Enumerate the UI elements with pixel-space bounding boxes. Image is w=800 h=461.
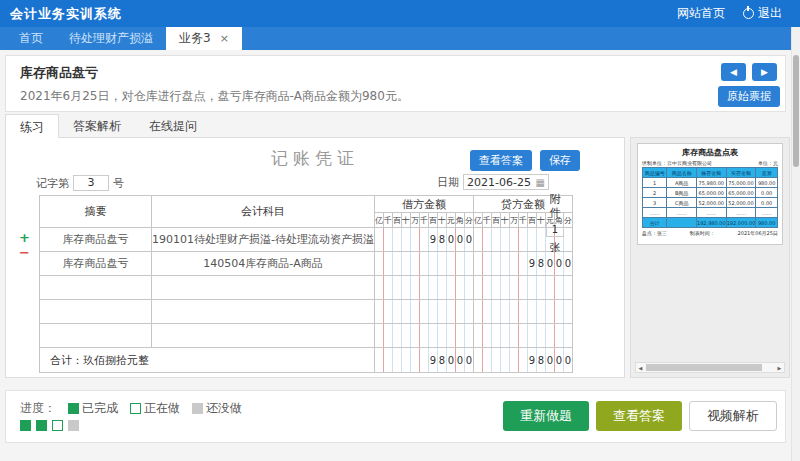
amount-cell[interactable] xyxy=(491,276,500,300)
amount-cell[interactable] xyxy=(455,276,464,300)
tab-online-question[interactable]: 在线提问 xyxy=(135,114,211,138)
amount-cell[interactable] xyxy=(419,324,428,348)
amount-cell[interactable] xyxy=(437,324,446,348)
source-doc-preview[interactable]: 库存商品盘点表 填制单位：云中云商业有限公司 单位：元 商品编号商品名称账存金额… xyxy=(637,143,783,245)
amount-cell[interactable] xyxy=(500,324,509,348)
amount-cell[interactable] xyxy=(455,252,464,276)
amount-cell[interactable] xyxy=(554,276,563,300)
amount-cell[interactable] xyxy=(428,324,437,348)
amount-cell[interactable] xyxy=(473,300,482,324)
amount-cell[interactable] xyxy=(392,324,401,348)
amount-cell[interactable] xyxy=(428,276,437,300)
summary-cell[interactable] xyxy=(40,300,152,324)
amount-cell[interactable] xyxy=(500,228,509,252)
amount-cell[interactable] xyxy=(473,228,482,252)
summary-cell[interactable]: 库存商品盘亏 xyxy=(40,252,152,276)
original-document-button[interactable]: 原始票据 xyxy=(718,86,780,107)
amount-cell[interactable] xyxy=(563,276,572,300)
amount-cell[interactable] xyxy=(383,228,392,252)
amount-cell[interactable] xyxy=(464,252,473,276)
amount-cell[interactable] xyxy=(401,324,410,348)
summary-cell[interactable] xyxy=(40,324,152,348)
amount-cell[interactable] xyxy=(401,276,410,300)
amount-cell[interactable] xyxy=(563,300,572,324)
amount-cell[interactable] xyxy=(473,324,482,348)
amount-cell[interactable] xyxy=(491,300,500,324)
close-icon[interactable]: × xyxy=(220,33,229,44)
amount-cell[interactable] xyxy=(383,252,392,276)
amount-cell[interactable]: 0 xyxy=(545,252,554,276)
view-answer-button-bottom[interactable]: 查看答案 xyxy=(596,401,682,431)
amount-cell[interactable] xyxy=(374,228,383,252)
sidebar-horizontal-scrollbar[interactable]: ◀ ▶ xyxy=(635,362,785,373)
date-input[interactable]: 2021-06-25 ▦ xyxy=(463,174,549,190)
amount-cell[interactable] xyxy=(446,300,455,324)
amount-cell[interactable] xyxy=(401,228,410,252)
account-cell[interactable] xyxy=(152,324,375,348)
tab-practice[interactable]: 练习 xyxy=(5,114,59,138)
amount-cell[interactable] xyxy=(536,300,545,324)
amount-cell[interactable] xyxy=(518,276,527,300)
amount-cell[interactable]: 8 xyxy=(536,252,545,276)
amount-cell[interactable]: 9 xyxy=(527,252,536,276)
amount-cell[interactable] xyxy=(545,324,554,348)
amount-cell[interactable] xyxy=(392,228,401,252)
amount-cell[interactable] xyxy=(446,276,455,300)
amount-cell[interactable] xyxy=(527,228,536,252)
amount-cell[interactable] xyxy=(437,276,446,300)
amount-cell[interactable] xyxy=(464,300,473,324)
amount-cell[interactable] xyxy=(554,324,563,348)
amount-cell[interactable] xyxy=(491,228,500,252)
video-analysis-button[interactable]: 视频解析 xyxy=(689,401,777,431)
amount-cell[interactable] xyxy=(536,324,545,348)
amount-cell[interactable] xyxy=(509,252,518,276)
amount-cell[interactable] xyxy=(500,300,509,324)
account-cell[interactable] xyxy=(152,276,375,300)
amount-cell[interactable] xyxy=(482,252,491,276)
amount-cell[interactable] xyxy=(401,300,410,324)
amount-cell[interactable] xyxy=(527,300,536,324)
amount-cell[interactable] xyxy=(446,252,455,276)
amount-cell[interactable] xyxy=(482,324,491,348)
amount-cell[interactable] xyxy=(374,324,383,348)
amount-cell[interactable] xyxy=(554,300,563,324)
amount-cell[interactable] xyxy=(527,276,536,300)
voucher-number-input[interactable]: 3 xyxy=(73,175,109,191)
amount-cell[interactable] xyxy=(509,300,518,324)
account-cell[interactable] xyxy=(152,300,375,324)
page-scrollbar-thumb[interactable] xyxy=(793,55,799,167)
amount-cell[interactable] xyxy=(428,252,437,276)
amount-cell[interactable] xyxy=(392,276,401,300)
amount-cell[interactable] xyxy=(410,324,419,348)
scrollbar-thumb[interactable] xyxy=(646,364,762,371)
account-cell[interactable]: 190101待处理财产损溢-待处理流动资产损溢 xyxy=(152,228,375,252)
amount-cell[interactable] xyxy=(374,300,383,324)
amount-cell[interactable] xyxy=(518,300,527,324)
amount-cell[interactable] xyxy=(518,324,527,348)
summary-cell[interactable]: 库存商品盘亏 xyxy=(40,228,152,252)
amount-cell[interactable] xyxy=(518,228,527,252)
amount-cell[interactable] xyxy=(383,324,392,348)
attachment-count-input[interactable]: 1 xyxy=(546,222,564,237)
amount-cell[interactable] xyxy=(545,276,554,300)
amount-cell[interactable] xyxy=(455,324,464,348)
amount-cell[interactable] xyxy=(482,276,491,300)
amount-cell[interactable] xyxy=(383,276,392,300)
amount-cell[interactable]: 0 xyxy=(563,252,572,276)
amount-cell[interactable]: 0 xyxy=(446,228,455,252)
amount-cell[interactable]: 0 xyxy=(455,228,464,252)
amount-cell[interactable] xyxy=(491,324,500,348)
amount-cell[interactable] xyxy=(464,276,473,300)
amount-cell[interactable] xyxy=(419,228,428,252)
amount-cell[interactable] xyxy=(410,228,419,252)
amount-cell[interactable] xyxy=(374,276,383,300)
amount-cell[interactable] xyxy=(509,228,518,252)
prev-task-button[interactable]: ◀ xyxy=(721,63,746,81)
amount-cell[interactable] xyxy=(527,324,536,348)
amount-cell[interactable] xyxy=(500,252,509,276)
amount-cell[interactable] xyxy=(410,276,419,300)
view-answer-button-top[interactable]: 查看答案 xyxy=(470,150,532,171)
amount-cell[interactable] xyxy=(419,276,428,300)
add-row-button[interactable]: + xyxy=(19,230,30,245)
amount-cell[interactable]: 8 xyxy=(437,228,446,252)
